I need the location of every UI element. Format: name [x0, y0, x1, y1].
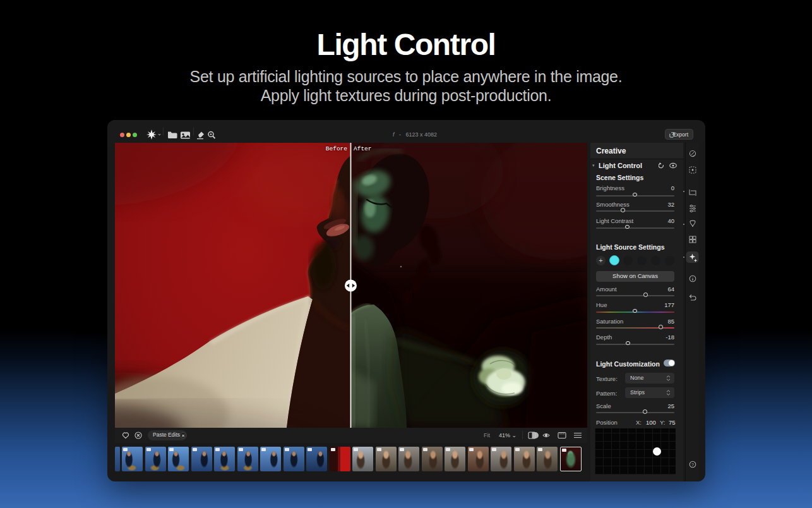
svg-text:?: ? — [691, 463, 694, 467]
